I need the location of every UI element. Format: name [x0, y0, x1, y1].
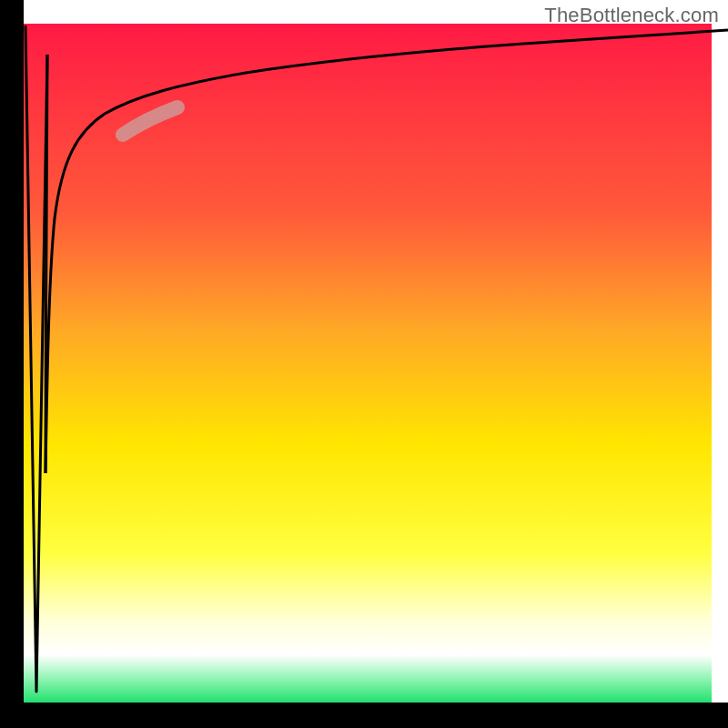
- chart-container: TheBottleneck.com: [0, 0, 728, 728]
- y-axis: [0, 0, 24, 728]
- attribution-text: TheBottleneck.com: [544, 4, 719, 27]
- chart-svg: [0, 0, 728, 728]
- x-axis: [0, 703, 728, 728]
